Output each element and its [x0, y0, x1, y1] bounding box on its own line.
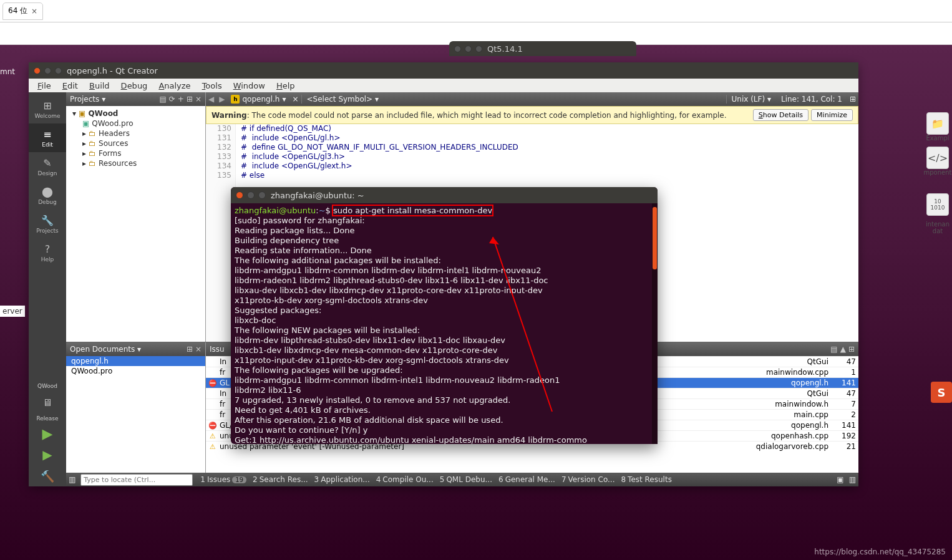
- locator[interactable]: [80, 474, 193, 486]
- terminal-title: zhangfakai@ubuntu: ~: [271, 191, 364, 200]
- desktop-label-server: erver: [0, 306, 25, 317]
- tree-folder-sources[interactable]: ▸ 🗀 Sources: [67, 138, 204, 148]
- launcher-binary[interactable]: 101010: [923, 193, 952, 216]
- maximize-pane-icon[interactable]: ⊞: [848, 345, 855, 354]
- minimize-icon[interactable]: [465, 46, 472, 52]
- nav-fwd-icon[interactable]: ▶: [216, 95, 227, 104]
- minimize-icon[interactable]: [44, 67, 51, 74]
- qt-bg-title: Qt5.14.1: [487, 44, 523, 54]
- menu-edit[interactable]: Edit: [57, 80, 83, 92]
- tree-folder-forms[interactable]: ▸ 🗀 Forms: [67, 148, 204, 158]
- build-button[interactable]: 🔨: [29, 465, 66, 486]
- filter-icon[interactable]: ▤: [830, 345, 837, 354]
- menu-tools[interactable]: Tools: [197, 80, 227, 92]
- add-icon[interactable]: +: [178, 95, 184, 104]
- nav-back-icon[interactable]: ◀: [206, 95, 216, 104]
- symbol-selector[interactable]: <Select Symbol> ▾: [301, 95, 727, 104]
- terminal-titlebar: zhangfakai@ubuntu: ~: [231, 187, 658, 203]
- status-tab[interactable]: 6 General Me...: [496, 475, 558, 484]
- close-icon[interactable]: ×: [31, 7, 37, 16]
- mode-debug[interactable]: ⬤Debug: [29, 181, 66, 210]
- close-icon[interactable]: [236, 191, 243, 199]
- status-tab[interactable]: 7 Version Co...: [559, 475, 618, 484]
- desktop-label-mnt: mnt: [0, 67, 15, 76]
- status-tab[interactable]: 1 Issues 19: [198, 475, 249, 484]
- sogou-icon[interactable]: S: [931, 382, 952, 403]
- menu-debug[interactable]: Debug: [116, 80, 153, 92]
- menu-bar: File Edit Build Debug Analyze Tools Wind…: [29, 79, 858, 92]
- close-icon[interactable]: [34, 67, 41, 74]
- minimize-button[interactable]: Minimize: [811, 109, 853, 121]
- edit-icon: ≡: [43, 128, 51, 140]
- menu-file[interactable]: File: [32, 80, 56, 92]
- line-col-indicator[interactable]: Line: 141, Col: 1: [776, 95, 847, 104]
- scrollbar[interactable]: [652, 203, 658, 444]
- open-doc-item[interactable]: QWood.pro: [66, 366, 205, 376]
- status-tab[interactable]: 3 Application...: [312, 475, 372, 484]
- rightbar-toggle-icon[interactable]: ▥: [849, 475, 856, 484]
- qt-maintenance-titlebar: Qt5.14.1: [449, 41, 636, 56]
- monitor-icon: 🖥: [42, 397, 52, 408]
- open-file-selector[interactable]: h qopengl.h ▾: [227, 95, 289, 104]
- folder-icon: 🗀: [89, 129, 96, 138]
- launcher-component[interactable]: </> mponent: [923, 147, 952, 176]
- status-tab[interactable]: 2 Search Res...: [250, 475, 311, 484]
- terminal-body[interactable]: zhangfakai@ubuntu:~$ sudo apt-get instal…: [231, 203, 658, 444]
- close-file-icon[interactable]: ×: [289, 95, 301, 104]
- mode-edit[interactable]: ≡Edit: [29, 123, 66, 152]
- project-tree[interactable]: ▾ ▣ QWood ▣ QWood.pro ▸ 🗀 Headers ▸ 🗀 So…: [66, 106, 205, 342]
- encoding-selector[interactable]: Unix (LF) ▾: [727, 95, 776, 104]
- menu-window[interactable]: Window: [228, 80, 270, 92]
- launcher-intenan[interactable]: intenan dat: [923, 221, 952, 234]
- status-bar: ▥ 1 Issues 192 Search Res...3 Applicatio…: [66, 473, 858, 486]
- minimize-icon[interactable]: [247, 191, 255, 199]
- tree-pro-file[interactable]: ▣ QWood.pro: [67, 118, 204, 128]
- warn-icon: ⚠: [208, 443, 217, 451]
- err-icon: ⛔: [208, 422, 217, 430]
- qtcreator-title: qopengl.h - Qt Creator: [67, 66, 158, 75]
- mode-help[interactable]: ?Help: [29, 238, 66, 267]
- filter-icon[interactable]: ▤: [159, 95, 166, 104]
- projects-header-label[interactable]: Projects: [70, 95, 105, 104]
- split-icon[interactable]: ⊞: [847, 95, 858, 104]
- maximize-icon[interactable]: [475, 46, 482, 52]
- browser-tab[interactable]: 64 位 ×: [2, 2, 43, 20]
- open-docs-list[interactable]: qopengl.h QWood.pro: [66, 356, 205, 473]
- status-tab[interactable]: 8 Test Results: [618, 475, 674, 484]
- locator-input[interactable]: [80, 474, 193, 486]
- output-toggle-icon[interactable]: ▣: [837, 475, 843, 484]
- warn-icon: ⚠: [208, 432, 217, 440]
- kit-selector[interactable]: 🖥: [29, 390, 66, 414]
- scrollbar-thumb[interactable]: [653, 207, 657, 269]
- open-doc-item[interactable]: qopengl.h: [66, 356, 205, 366]
- run-debug-button[interactable]: ▶: [29, 444, 66, 465]
- menu-help[interactable]: Help: [271, 80, 300, 92]
- tree-folder-resources[interactable]: ▸ 🗀 Resources: [67, 158, 204, 168]
- status-tab[interactable]: 5 QML Debu...: [437, 475, 495, 484]
- close-icon[interactable]: [454, 46, 461, 52]
- sync-icon[interactable]: ⟳: [169, 95, 175, 104]
- show-details-button[interactable]: Show Details: [753, 109, 809, 121]
- sidebar-toggle-icon[interactable]: ▥: [69, 475, 75, 484]
- close-pane-icon[interactable]: ×: [195, 95, 202, 104]
- split-icon[interactable]: ⊞: [187, 345, 193, 354]
- browser-tab-label: 64 位: [8, 6, 27, 16]
- close-pane-icon[interactable]: ×: [195, 345, 202, 354]
- maximize-icon[interactable]: [55, 67, 62, 74]
- mode-projects[interactable]: 🔧Projects: [29, 210, 66, 238]
- run-button[interactable]: ▶: [29, 423, 66, 444]
- chevron-down-icon: ▾: [282, 95, 286, 104]
- expand-icon[interactable]: ▲: [840, 345, 846, 354]
- menu-analyze[interactable]: Analyze: [153, 80, 195, 92]
- split-icon[interactable]: ⊞: [187, 95, 193, 104]
- tree-root[interactable]: ▾ ▣ QWood: [67, 109, 204, 118]
- projects-pane-header: Projects ▤ ⟳ + ⊞ ×: [66, 92, 205, 106]
- maximize-icon[interactable]: [258, 191, 266, 199]
- menu-build[interactable]: Build: [84, 80, 115, 92]
- mode-design[interactable]: ✎Design: [29, 152, 66, 181]
- tree-folder-headers[interactable]: ▸ 🗀 Headers: [67, 128, 204, 138]
- mode-welcome[interactable]: ⊞Welcome: [29, 95, 66, 123]
- launcher-examples[interactable]: 📁 Exampl: [923, 112, 952, 142]
- header-file-icon: h: [231, 95, 240, 104]
- status-tab[interactable]: 4 Compile Ou...: [374, 475, 436, 484]
